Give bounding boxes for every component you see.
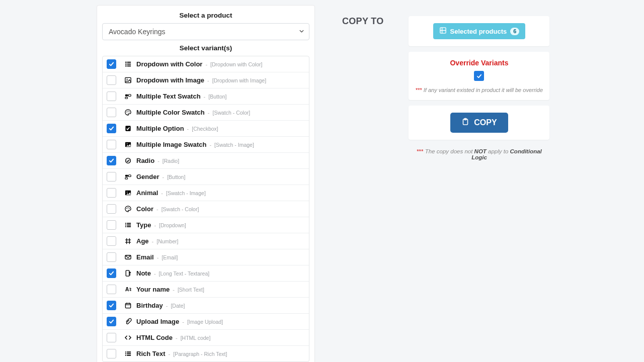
- separator: -: [154, 222, 156, 228]
- svg-rect-29: [127, 225, 131, 226]
- list-icon: [123, 221, 132, 229]
- svg-point-16: [126, 143, 127, 144]
- variant-checkbox[interactable]: [107, 301, 116, 310]
- separator: -: [157, 158, 159, 164]
- mail-icon: [123, 253, 132, 261]
- variant-row: Color-[Swatch - Color]: [103, 201, 309, 217]
- svg-point-24: [127, 207, 128, 208]
- variant-row: Animal-[Swatch - Image]: [103, 185, 309, 201]
- selected-products-button[interactable]: Selected products 6: [433, 23, 526, 39]
- variant-checkbox[interactable]: [107, 285, 116, 294]
- svg-point-25: [129, 208, 130, 209]
- variant-type: [Checkbox]: [192, 126, 218, 132]
- variant-row: Radio-[Radio]: [103, 153, 309, 169]
- clipboard-icon: [461, 118, 469, 128]
- product-select[interactable]: Avocado Keyrings: [102, 23, 309, 40]
- variant-row: Dropdown with Color-[Dropdown with Color…: [103, 56, 309, 72]
- palette-icon: [123, 205, 132, 213]
- variant-type: [Swatch - Color]: [162, 206, 199, 212]
- variant-row: Upload Image-[Image Upload]: [103, 314, 309, 330]
- variant-row: Multiple Color Swatch-[Swatch - Color]: [103, 105, 309, 121]
- variant-checkbox[interactable]: [107, 333, 116, 342]
- variant-row: Multiple Text Swatch-[Button]: [103, 88, 309, 105]
- variant-checkbox[interactable]: [107, 140, 116, 149]
- svg-rect-1: [127, 62, 131, 63]
- svg-point-11: [126, 112, 127, 113]
- separator: -: [205, 61, 207, 67]
- variant-checkbox[interactable]: [107, 268, 116, 278]
- variant-selection-panel: Select a product Avocado Keyrings Select…: [97, 5, 315, 362]
- image-icon: [123, 189, 132, 197]
- text-icon: [123, 286, 132, 294]
- variant-label: Rich Text: [136, 350, 166, 357]
- variant-checkbox[interactable]: [107, 204, 116, 214]
- variant-type: [Swatch - Image]: [166, 190, 206, 196]
- variant-type: [Email]: [162, 254, 178, 260]
- variant-type: [Swatch - Color]: [212, 110, 250, 116]
- select-variants-heading: Select variant(s): [102, 44, 309, 52]
- svg-rect-2: [125, 64, 126, 65]
- separator: -: [209, 142, 211, 148]
- variant-label: Multiple Option: [136, 125, 184, 132]
- variant-type: [Radio]: [163, 158, 179, 164]
- separator: -: [166, 303, 168, 309]
- variant-checkbox[interactable]: [107, 108, 116, 117]
- variant-checkbox[interactable]: [107, 317, 116, 326]
- variant-label: Age: [136, 237, 149, 245]
- copy-button[interactable]: COPY: [450, 113, 508, 133]
- variant-checkbox[interactable]: [107, 124, 116, 133]
- svg-rect-20: [125, 177, 127, 179]
- variant-row: Rich Text-[Paragraph - Rich Text]: [103, 346, 309, 361]
- variant-row: Gender-[Button]: [103, 169, 309, 185]
- separator: -: [182, 319, 184, 325]
- attach-icon: [123, 318, 132, 326]
- variant-checkbox[interactable]: [107, 188, 116, 198]
- variant-checkbox[interactable]: [107, 156, 116, 165]
- selected-products-card: Selected products 6: [409, 16, 549, 46]
- svg-rect-40: [127, 355, 131, 356]
- variant-label: Gender: [136, 173, 159, 180]
- variant-checkbox[interactable]: [107, 172, 116, 182]
- variant-row: Type-[Dropdown]: [103, 217, 309, 233]
- variant-row: Multiple Image Swatch-[Swatch - Image]: [103, 137, 309, 153]
- variant-checkbox[interactable]: [107, 236, 116, 246]
- list-image-icon: [123, 76, 132, 84]
- copy-card: COPY: [409, 106, 549, 140]
- svg-rect-18: [125, 175, 128, 177]
- variant-checkbox[interactable]: [107, 59, 116, 69]
- variant-label: Animal: [136, 189, 158, 197]
- selected-products-label: Selected products: [450, 28, 507, 35]
- variant-checkbox[interactable]: [107, 220, 116, 230]
- variant-label: Radio: [136, 157, 154, 164]
- svg-point-23: [126, 208, 127, 209]
- image-icon: [123, 141, 132, 149]
- calendar-icon: [123, 302, 132, 310]
- separator: -: [163, 174, 165, 180]
- variant-checkbox[interactable]: [107, 252, 116, 262]
- variant-type: [HTML code]: [181, 335, 211, 341]
- variant-checkbox[interactable]: [107, 92, 116, 101]
- variant-label: Email: [136, 253, 154, 261]
- svg-rect-38: [127, 353, 131, 354]
- variant-checkbox[interactable]: [107, 75, 116, 85]
- svg-rect-30: [125, 226, 126, 227]
- svg-point-22: [126, 192, 127, 193]
- svg-rect-5: [127, 65, 131, 66]
- variant-checkbox[interactable]: [107, 349, 116, 358]
- override-card: Override Variants *** If any variant exi…: [409, 52, 549, 100]
- products-icon: [439, 27, 447, 36]
- product-select-value: Avocado Keyrings: [102, 23, 309, 40]
- variant-label: HTML Code: [136, 334, 173, 341]
- svg-rect-10: [125, 97, 127, 99]
- variant-label: Upload Image: [136, 318, 179, 325]
- override-checkbox[interactable]: [474, 71, 484, 81]
- button-text-icon: [123, 173, 132, 181]
- separator: -: [169, 351, 171, 357]
- svg-rect-26: [125, 223, 126, 224]
- radio-icon: [123, 157, 132, 165]
- svg-rect-37: [125, 353, 126, 354]
- svg-rect-34: [125, 303, 130, 308]
- override-note: *** If any variant existed in product it…: [415, 87, 543, 93]
- variant-type: [Swatch - Image]: [214, 142, 254, 148]
- separator: -: [156, 206, 158, 212]
